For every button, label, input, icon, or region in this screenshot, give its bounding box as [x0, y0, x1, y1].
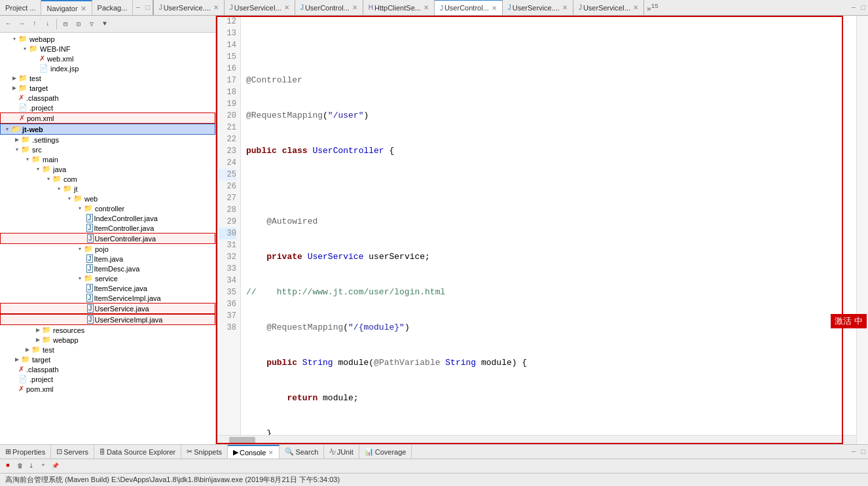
tree-item-controller[interactable]: ▾ 📁 controller: [0, 203, 215, 213]
tab-properties[interactable]: ⊞ Properties: [0, 445, 51, 459]
tree-item-usercontroller[interactable]: J UserController.java: [0, 233, 215, 244]
console-clear-button[interactable]: 🗑: [14, 460, 25, 471]
tab-servers[interactable]: ⊡ Servers: [51, 445, 94, 459]
tab-close-6[interactable]: ✕: [562, 4, 568, 11]
tab-userservice1[interactable]: J UserService.... ✕: [154, 0, 225, 15]
tree-item-target2[interactable]: ▶ 📁 target: [0, 355, 215, 364]
tree-label: IndexController.java: [94, 215, 158, 222]
tree-item-userserviceimpl[interactable]: J UserServiceImpl.java: [0, 314, 215, 325]
tab-junit[interactable]: JU JUnit: [324, 445, 359, 459]
tab-package[interactable]: Packag...: [92, 0, 134, 16]
tree-item-target1[interactable]: ▶ 📁 target: [0, 83, 215, 93]
tree-label: webapp: [53, 336, 79, 344]
editor-maximize[interactable]: □: [858, 0, 868, 15]
tree-item-test2[interactable]: ▶ 📁 test: [0, 345, 215, 355]
tree-item-webapp2[interactable]: ▶ 📁 webapp: [0, 335, 215, 345]
tree-item-indexjsp[interactable]: 📄 index.jsp: [0, 63, 215, 73]
tab-overflow[interactable]: »15: [644, 0, 661, 15]
folder-icon: 📁: [31, 155, 41, 164]
tree-item-test1[interactable]: ▶ 📁 test: [0, 73, 215, 83]
tree-item-settings[interactable]: ▶ 📁 .settings: [0, 135, 215, 145]
tree-item-itemdesc[interactable]: J ItemDesc.java: [0, 264, 215, 273]
tab-close-7[interactable]: ✕: [633, 4, 638, 11]
tree-item-indexcontroller[interactable]: J IndexController.java: [0, 213, 215, 223]
tree-item-main[interactable]: ▾ 📁 main: [0, 154, 215, 164]
tree-item-classpath1[interactable]: ✗ .classpath: [0, 93, 215, 103]
nav-back-button[interactable]: ←: [3, 18, 14, 30]
console-stop-button[interactable]: ■: [3, 460, 13, 471]
console-pin-button[interactable]: 📌: [50, 460, 60, 471]
java-file-icon: J: [86, 214, 93, 222]
panel-maximize[interactable]: □: [143, 0, 153, 15]
tree-label: UserController.java: [95, 235, 156, 243]
tab-project[interactable]: Project ...: [0, 0, 41, 16]
tree-item-pojo[interactable]: ▾ 📁 pojo: [0, 244, 215, 254]
tree-item-classpath2[interactable]: ✗ .classpath: [0, 364, 215, 374]
tree-item-itemcontroller[interactable]: J ItemController.java: [0, 223, 215, 233]
tree-label: java: [53, 165, 66, 173]
nav-forward-button[interactable]: →: [16, 18, 27, 30]
tab-userservice2[interactable]: J UserService.... ✕: [503, 0, 573, 15]
tree-item-item[interactable]: J Item.java: [0, 254, 215, 264]
console-scroll-lock-button[interactable]: ⤓: [26, 460, 37, 471]
tab-navigator[interactable]: Navigator ✕: [41, 0, 92, 16]
navigator-tab-close[interactable]: ✕: [81, 5, 86, 13]
tab-snippets[interactable]: ✂ Snippets: [181, 445, 228, 459]
tree-item-webinf[interactable]: ▾ 📁 WEB-INF: [0, 44, 215, 54]
code-text[interactable]: @Controller @RequestMapping("/user") pub…: [241, 16, 856, 435]
console-new-button[interactable]: +: [38, 460, 48, 471]
editor-minimize[interactable]: ─: [849, 0, 859, 15]
tree-item-java[interactable]: ▾ 📁 java: [0, 164, 215, 174]
tab-httpclient[interactable]: H HttpClientSe... ✕: [363, 0, 435, 15]
nav-menu-button[interactable]: ▼: [99, 18, 111, 30]
tree-item-web[interactable]: ▾ 📁 web: [0, 194, 215, 203]
tab-userserviceimpl1[interactable]: J UserServiceI... ✕: [225, 0, 295, 15]
tree-item-jt[interactable]: ▾ 📁 jt: [0, 184, 215, 194]
tree-item-itemserviceimpl[interactable]: J ItemServiceImpl.java: [0, 293, 215, 303]
code-editor[interactable]: 12 13 14 15 16 17 18 19 20 21 22 23 24 2…: [216, 16, 856, 444]
bottom-maximize[interactable]: □: [858, 445, 868, 459]
tab-close-5[interactable]: ✕: [492, 5, 497, 12]
file-tree[interactable]: ▾ 📁 webapp ▾ 📁 WEB-INF ✗ web.xml: [0, 33, 215, 444]
nav-filter-button[interactable]: ▽: [86, 18, 98, 30]
tree-label: test: [29, 75, 41, 82]
bottom-minimize[interactable]: ─: [849, 445, 859, 459]
console-close[interactable]: ✕: [268, 449, 274, 456]
tab-search[interactable]: 🔍 Search: [280, 445, 324, 459]
tab-close-4[interactable]: ✕: [424, 4, 429, 11]
tab-datasource[interactable]: 🗄 Data Source Explorer: [94, 445, 181, 459]
tab-usercontroller1[interactable]: J UserControl... ✕: [295, 0, 363, 15]
tree-item-com[interactable]: ▾ 📁 com: [0, 174, 215, 184]
tab-usercontroller-active[interactable]: J UserControl... ✕: [435, 0, 503, 15]
tree-item-userservice[interactable]: J UserService.java: [0, 303, 215, 314]
tab-console[interactable]: ▶ Console ✕: [228, 445, 280, 459]
tree-label: controller: [95, 205, 124, 213]
tree-item-project1[interactable]: 📄 .project: [0, 103, 215, 113]
tab-close-1[interactable]: ✕: [213, 4, 219, 11]
navigator-tab-label: Navigator: [46, 5, 77, 12]
scroll-thumb-horizontal[interactable]: [229, 437, 255, 443]
tree-label: pom.xml: [27, 114, 54, 122]
nav-up-button[interactable]: ↑: [29, 18, 41, 30]
tree-item-pomxml1[interactable]: ✗ pom.xml: [0, 113, 215, 124]
status-bar: 高淘前台管理系统 (Maven Build) E:\DevApps\Java1.…: [0, 473, 868, 486]
panel-minimize[interactable]: ─: [133, 0, 143, 15]
tree-item-jtweb[interactable]: ▾ 📁 jt-web: [0, 124, 215, 135]
tree-item-pomxml2[interactable]: ✗ pom.xml: [0, 384, 215, 394]
tree-item-webxml[interactable]: ✗ web.xml: [0, 54, 215, 63]
nav-refresh-button[interactable]: ↓: [42, 18, 54, 30]
nav-link-button[interactable]: ⊡: [73, 18, 84, 30]
code-content-area[interactable]: 12 13 14 15 16 17 18 19 20 21 22 23 24 2…: [216, 16, 856, 435]
horizontal-scrollbar[interactable]: [216, 435, 856, 444]
tab-coverage[interactable]: 📊 Coverage: [359, 445, 412, 459]
tree-item-project2[interactable]: 📄 .project: [0, 374, 215, 384]
tree-item-resources[interactable]: ▶ 📁 resources: [0, 325, 215, 335]
tree-item-webapp[interactable]: ▾ 📁 webapp: [0, 34, 215, 44]
tab-close-2[interactable]: ✕: [284, 4, 289, 11]
tab-close-3[interactable]: ✕: [352, 4, 357, 11]
tree-item-src[interactable]: ▾ 📁 src: [0, 145, 215, 154]
tree-item-service-folder[interactable]: ▾ 📁 service: [0, 273, 215, 283]
nav-collapse-button[interactable]: ⊟: [60, 18, 71, 30]
tree-item-itemservice[interactable]: J ItemService.java: [0, 283, 215, 293]
tab-userserviceimpl2[interactable]: J UserServiceI... ✕: [573, 0, 644, 15]
